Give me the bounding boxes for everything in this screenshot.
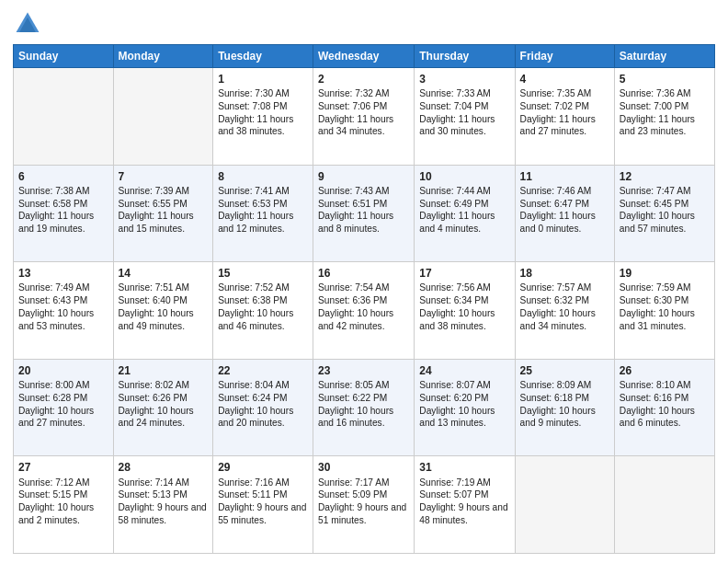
day-info: Sunrise: 7:36 AM [620,87,710,100]
calendar-cell: 24Sunrise: 8:07 AMSunset: 6:20 PMDayligh… [415,359,515,456]
day-number: 15 [218,266,308,281]
day-info: Sunset: 7:04 PM [419,100,509,113]
calendar-cell [614,456,714,554]
day-info: Sunset: 7:00 PM [620,100,710,113]
calendar-cell: 21Sunrise: 8:02 AMSunset: 6:26 PMDayligh… [113,359,213,456]
calendar-cell: 19Sunrise: 7:59 AMSunset: 6:30 PMDayligh… [614,262,714,360]
weekday-header-friday: Friday [515,45,614,68]
day-info: Daylight: 10 hours and 2 minutes. [18,501,108,527]
day-info: Sunset: 6:58 PM [18,198,108,211]
calendar-cell: 12Sunrise: 7:47 AMSunset: 6:45 PMDayligh… [614,165,714,262]
day-info: Sunset: 6:49 PM [419,198,509,211]
calendar-cell: 17Sunrise: 7:56 AMSunset: 6:34 PMDayligh… [415,262,515,360]
calendar-cell: 29Sunrise: 7:16 AMSunset: 5:11 PMDayligh… [213,456,313,554]
day-info: Sunrise: 7:33 AM [419,87,509,100]
day-info: Sunrise: 7:14 AM [119,477,209,489]
day-number: 5 [620,72,710,86]
day-info: Sunrise: 7:43 AM [318,185,409,198]
page: SundayMondayTuesdayWednesdayThursdayFrid… [0,0,728,563]
day-info: Sunrise: 7:12 AM [18,477,108,489]
day-number: 24 [419,363,509,378]
day-info: Sunrise: 7:44 AM [419,185,509,198]
day-info: Sunset: 6:32 PM [520,294,609,307]
day-info: Daylight: 11 hours and 12 minutes. [218,210,308,236]
calendar-cell: 3Sunrise: 7:33 AMSunset: 7:04 PMDaylight… [415,68,515,166]
day-number: 2 [318,72,409,86]
day-number: 7 [119,169,209,184]
calendar-cell: 10Sunrise: 7:44 AMSunset: 6:49 PMDayligh… [415,165,515,262]
day-info: Sunrise: 7:56 AM [419,282,509,294]
day-info: Daylight: 9 hours and 55 minutes. [218,501,308,527]
day-info: Daylight: 11 hours and 4 minutes. [419,210,509,236]
calendar-cell: 5Sunrise: 7:36 AMSunset: 7:00 PMDaylight… [614,68,714,166]
day-info: Daylight: 11 hours and 19 minutes. [18,210,108,236]
calendar-cell: 13Sunrise: 7:49 AMSunset: 6:43 PMDayligh… [14,262,114,360]
day-number: 21 [119,363,209,378]
day-number: 6 [18,169,108,184]
day-number: 26 [620,363,710,378]
day-info: Sunset: 6:30 PM [620,294,710,307]
weekday-header-sunday: Sunday [14,45,114,68]
day-info: Daylight: 10 hours and 42 minutes. [318,307,409,333]
day-info: Sunrise: 8:04 AM [218,379,308,392]
calendar-week-row: 20Sunrise: 8:00 AMSunset: 6:28 PMDayligh… [14,359,715,456]
day-info: Sunset: 6:40 PM [119,294,209,307]
day-info: Sunset: 6:53 PM [218,198,308,211]
day-info: Daylight: 10 hours and 49 minutes. [119,307,209,333]
day-info: Sunset: 6:47 PM [520,198,609,211]
day-info: Sunset: 7:06 PM [318,100,409,113]
day-info: Daylight: 11 hours and 8 minutes. [318,210,409,236]
day-info: Daylight: 9 hours and 51 minutes. [318,501,409,527]
calendar-table: SundayMondayTuesdayWednesdayThursdayFrid… [13,44,715,554]
day-info: Daylight: 11 hours and 38 minutes. [218,113,308,139]
day-info: Sunset: 5:07 PM [419,488,509,501]
calendar-cell: 23Sunrise: 8:05 AMSunset: 6:22 PMDayligh… [313,359,415,456]
calendar-cell: 27Sunrise: 7:12 AMSunset: 5:15 PMDayligh… [14,456,114,554]
calendar-cell: 7Sunrise: 7:39 AMSunset: 6:55 PMDaylight… [113,165,213,262]
calendar-cell: 20Sunrise: 8:00 AMSunset: 6:28 PMDayligh… [14,359,114,456]
header [13,9,715,39]
day-info: Daylight: 10 hours and 57 minutes. [620,210,710,236]
day-info: Daylight: 10 hours and 16 minutes. [318,405,409,431]
day-number: 3 [419,72,509,86]
calendar-week-row: 13Sunrise: 7:49 AMSunset: 6:43 PMDayligh… [14,262,715,360]
day-info: Daylight: 10 hours and 24 minutes. [119,405,209,431]
day-info: Daylight: 10 hours and 6 minutes. [620,405,710,431]
day-number: 22 [218,363,308,378]
day-info: Sunrise: 7:52 AM [218,282,308,294]
day-info: Sunrise: 7:49 AM [18,282,108,294]
day-info: Sunset: 6:36 PM [318,294,409,307]
day-number: 20 [18,363,108,378]
calendar-cell: 16Sunrise: 7:54 AMSunset: 6:36 PMDayligh… [313,262,415,360]
day-info: Sunset: 6:43 PM [18,294,108,307]
calendar-cell: 31Sunrise: 7:19 AMSunset: 5:07 PMDayligh… [415,456,515,554]
day-number: 4 [520,72,609,86]
day-info: Sunrise: 7:46 AM [520,185,609,198]
day-number: 31 [419,460,509,475]
day-info: Sunrise: 8:00 AM [18,379,108,392]
calendar-cell: 2Sunrise: 7:32 AMSunset: 7:06 PMDaylight… [313,68,415,166]
day-info: Sunset: 6:55 PM [119,198,209,211]
day-info: Sunset: 6:28 PM [18,392,108,405]
day-info: Sunrise: 7:57 AM [520,282,609,294]
day-info: Sunrise: 7:17 AM [318,477,409,489]
calendar-cell: 28Sunrise: 7:14 AMSunset: 5:13 PMDayligh… [113,456,213,554]
day-info: Daylight: 10 hours and 9 minutes. [520,405,609,431]
day-info: Sunrise: 7:41 AM [218,185,308,198]
day-info: Daylight: 10 hours and 34 minutes. [520,307,609,333]
day-info: Sunrise: 7:32 AM [318,87,409,100]
day-info: Sunset: 5:13 PM [119,488,209,501]
day-info: Daylight: 11 hours and 23 minutes. [620,113,710,139]
day-info: Sunset: 6:22 PM [318,392,409,405]
day-info: Daylight: 10 hours and 27 minutes. [18,405,108,431]
weekday-header-wednesday: Wednesday [313,45,415,68]
day-info: Daylight: 11 hours and 34 minutes. [318,113,409,139]
day-number: 11 [520,169,609,184]
calendar-cell: 9Sunrise: 7:43 AMSunset: 6:51 PMDaylight… [313,165,415,262]
calendar-cell: 6Sunrise: 7:38 AMSunset: 6:58 PMDaylight… [14,165,114,262]
day-number: 23 [318,363,409,378]
day-number: 10 [419,169,509,184]
day-info: Sunrise: 8:02 AM [119,379,209,392]
day-info: Sunset: 6:20 PM [419,392,509,405]
day-info: Daylight: 11 hours and 0 minutes. [520,210,609,236]
